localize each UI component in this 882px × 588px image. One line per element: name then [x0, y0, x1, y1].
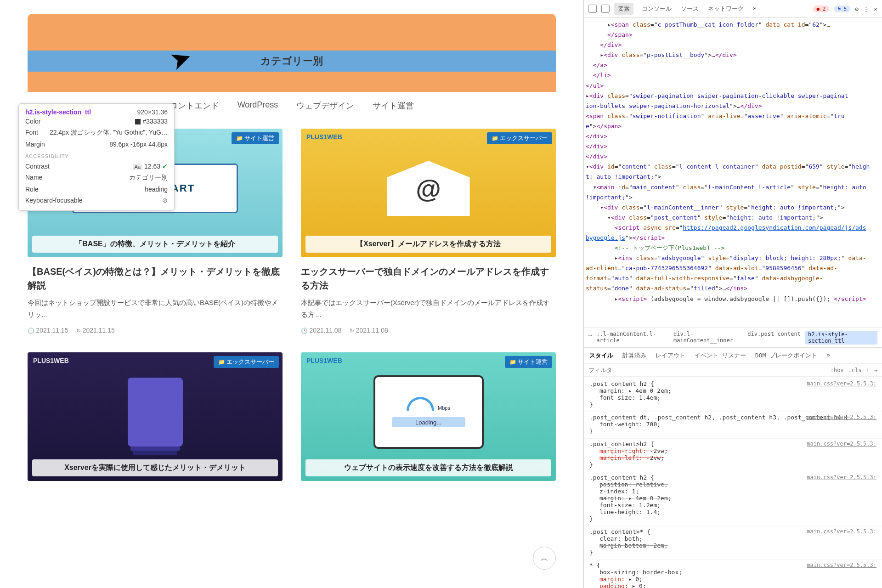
- dom-node[interactable]: ▸<div class="swiper-pagination swiper-pa…: [586, 91, 878, 111]
- dom-tree[interactable]: ▸<span class="c-postThumb__cat icon-fold…: [584, 18, 882, 328]
- a11y-role-value: heading: [145, 186, 168, 193]
- more-icon[interactable]: ⋮: [863, 6, 869, 12]
- issue-count-badge[interactable]: ⚑ 5: [834, 6, 850, 12]
- css-rule[interactable]: main.css?ver=2.5.5.3:.post_content h2 {m…: [584, 379, 882, 412]
- nav-item[interactable]: WordPress: [237, 100, 278, 111]
- inspect-element-icon[interactable]: [588, 5, 597, 13]
- scroll-to-top-button[interactable]: ︿: [533, 547, 556, 570]
- subtab-computed[interactable]: 計算済み: [622, 351, 646, 360]
- close-icon[interactable]: ✕: [874, 6, 877, 12]
- devtools-tab-network[interactable]: ネットワーク: [707, 3, 745, 15]
- dom-node[interactable]: </li>: [586, 70, 878, 80]
- thumb-illustration: Mbps Loading...: [310, 371, 547, 453]
- dom-node[interactable]: ▾<div class="post_content" style="height…: [586, 213, 878, 223]
- tooltip-margin-label: Margin: [25, 141, 45, 148]
- subtab-overflow[interactable]: »: [826, 351, 830, 360]
- post-card[interactable]: PLUS1WEB エックスサーバー @ 【Xserver】メールアドレスを作成す…: [301, 129, 556, 334]
- styles-filter-row: :hov .cls + ⇥: [584, 364, 882, 377]
- dom-node[interactable]: </div>: [586, 152, 878, 162]
- a11y-role-label: Role: [25, 186, 39, 193]
- cls-toggle[interactable]: .cls: [848, 367, 862, 373]
- crumb[interactable]: …: [588, 331, 592, 345]
- post-title[interactable]: 【BASE(ベイス)の特徴とは？】メリット・デメリットを徹底解説: [28, 265, 283, 292]
- toggle-pane-icon[interactable]: ⇥: [874, 367, 877, 373]
- a11y-name-value: カテゴリー別: [129, 174, 168, 182]
- thumb-illustration: @: [310, 147, 547, 230]
- rendered-page: カテゴリー別 ➤ ロントエンド WordPress ウェブデザイン サイト運営 …: [0, 0, 583, 588]
- subtab-styles[interactable]: スタイル: [589, 351, 613, 360]
- devtools-tab-sources[interactable]: ソース: [680, 3, 700, 15]
- dom-node[interactable]: </div>: [586, 40, 878, 50]
- dom-node[interactable]: </div>: [586, 141, 878, 152]
- css-rule[interactable]: main.css?ver=2.5.5.3:.post_content>* {cl…: [584, 526, 882, 560]
- devtools-panel: 要素 コンソール ソース ネットワーク » ● 2 ⚑ 5 ⚙ ⋮ ✕ ▸<sp…: [583, 0, 882, 588]
- accessibility-header: ACCESSIBILITY: [25, 153, 168, 159]
- breadcrumb[interactable]: … :.l-mainContent.l-article div.l-mainCo…: [584, 328, 882, 347]
- styles-filter-input[interactable]: [588, 367, 826, 373]
- devtools-tab-console[interactable]: コンソール: [641, 3, 673, 15]
- css-rules-pane[interactable]: main.css?ver=2.5.5.3:.post_content h2 {m…: [584, 377, 882, 588]
- post-category-tag[interactable]: サイト運営: [505, 356, 552, 368]
- add-rule-button[interactable]: +: [866, 367, 870, 373]
- subtab-event-listeners[interactable]: イベント リスナー: [695, 351, 746, 360]
- dom-node[interactable]: </span>: [586, 30, 878, 40]
- tooltip-font-label: Font: [25, 129, 38, 137]
- post-category-tag[interactable]: エックスサーバー: [487, 132, 552, 144]
- dom-node[interactable]: ▾<main id="main_content" class="l-mainCo…: [586, 182, 878, 203]
- nav-item[interactable]: サイト運営: [373, 100, 414, 111]
- post-thumb: PLUS1WEB エックスサーバー Xserverを実際に使用して感じたメリット…: [28, 352, 283, 481]
- thumb-overlay-text: Xserverを実際に使用して感じたメリット・デメリット: [32, 459, 278, 476]
- crumb[interactable]: :.l-mainContent.l-article: [596, 331, 669, 345]
- post-dates: 2021.11.08 2021.11.08: [301, 327, 556, 334]
- loading-bar: Loading...: [392, 417, 465, 427]
- post-date-posted: 2021.11.15: [28, 327, 68, 334]
- dom-node[interactable]: </ul>: [586, 81, 878, 91]
- section-title: カテゴリー別: [28, 51, 556, 72]
- dom-node[interactable]: ▸<div class="p-postList__body">…</div>: [586, 50, 878, 60]
- subtab-layout[interactable]: レイアウト: [656, 351, 685, 360]
- post-thumb: PLUS1WEB サイト運営 Mbps Loading... ウェブサイトの表示…: [301, 352, 556, 481]
- dom-node[interactable]: ▸<script> (adsbygoogle = window.adsbygoo…: [586, 294, 878, 304]
- css-rule[interactable]: main.css?ver=2.5.5.3:.post_content h2 {p…: [584, 472, 882, 526]
- dom-node[interactable]: ▸<ins class="adsbygoogle" style="display…: [586, 253, 878, 294]
- dom-node[interactable]: </div>: [586, 131, 878, 141]
- tooltip-margin-value: 89.6px -16px 44.8px: [109, 141, 168, 148]
- dom-node[interactable]: ▾<div id="content" class="l-content l-co…: [586, 162, 878, 182]
- device-toolbar-icon[interactable]: [601, 5, 610, 13]
- a11y-contrast-value: Aa12.63 ✔: [133, 163, 168, 170]
- css-rule[interactable]: main.css?ver=2.5.5.3:.post_content dt, .…: [584, 412, 882, 439]
- css-rule[interactable]: main.css?ver=2.5.5.3:.post_content>h2 {m…: [584, 439, 882, 472]
- settings-icon[interactable]: ⚙: [855, 6, 859, 12]
- crumb[interactable]: div.post_content: [747, 331, 801, 345]
- crumb-current[interactable]: h2.is-style-section_ttl: [805, 331, 877, 345]
- tooltip-selector: h2.is-style-section_ttl: [25, 108, 91, 116]
- post-category-tag[interactable]: サイト運営: [232, 132, 279, 144]
- nav-item[interactable]: ロントエンド: [170, 100, 219, 111]
- nav-item[interactable]: ウェブデザイン: [296, 100, 354, 111]
- post-card[interactable]: PLUS1WEB エックスサーバー Xserverを実際に使用して感じたメリット…: [28, 352, 283, 481]
- post-dates: 2021.11.15 2021.11.15: [28, 327, 283, 334]
- post-date-updated: 2021.11.15: [76, 327, 114, 334]
- dom-node[interactable]: <!-- トップページ下(Plus1web) -->: [586, 243, 878, 253]
- tooltip-color-value: #333333: [135, 118, 168, 125]
- dom-node[interactable]: <span class="swiper-notification" aria-l…: [586, 111, 878, 131]
- dom-node[interactable]: <script async src="https://pagead2.googl…: [586, 223, 878, 243]
- thumb-illustration: [37, 371, 273, 453]
- a11y-contrast-label: Contrast: [25, 163, 50, 170]
- dom-node[interactable]: ▾<div class="l-mainContent__inner" style…: [586, 203, 878, 213]
- post-title[interactable]: エックスサーバーで独自ドメインのメールアドレスを作成する方法: [301, 265, 556, 292]
- devtools-tabs-overflow[interactable]: »: [752, 3, 758, 15]
- hov-toggle[interactable]: :hov: [831, 367, 844, 373]
- css-rule[interactable]: main.css?ver=2.5.5.3:* {box-sizing: bord…: [584, 560, 882, 588]
- devtools-toolbar: 要素 コンソール ソース ネットワーク » ● 2 ⚑ 5 ⚙ ⋮ ✕: [584, 0, 882, 18]
- dom-node[interactable]: </a>: [586, 60, 878, 70]
- post-category-tag[interactable]: エックスサーバー: [214, 356, 279, 368]
- dom-node[interactable]: ▸<span class="c-postThumb__cat icon-fold…: [586, 20, 878, 30]
- error-count-badge[interactable]: ● 2: [813, 6, 830, 12]
- tooltip-dimensions: 920×31.36: [137, 108, 168, 116]
- subtab-dom-breakpoints[interactable]: DOM ブレークポイント: [755, 351, 817, 360]
- thumb-overlay-text: 「BASE」の特徴、メリット・デメリットを紹介: [32, 236, 278, 253]
- devtools-tab-elements[interactable]: 要素: [614, 3, 633, 15]
- crumb[interactable]: div.l-mainContent__inner: [673, 331, 743, 345]
- post-card[interactable]: PLUS1WEB サイト運営 Mbps Loading... ウェブサイトの表示…: [301, 352, 556, 481]
